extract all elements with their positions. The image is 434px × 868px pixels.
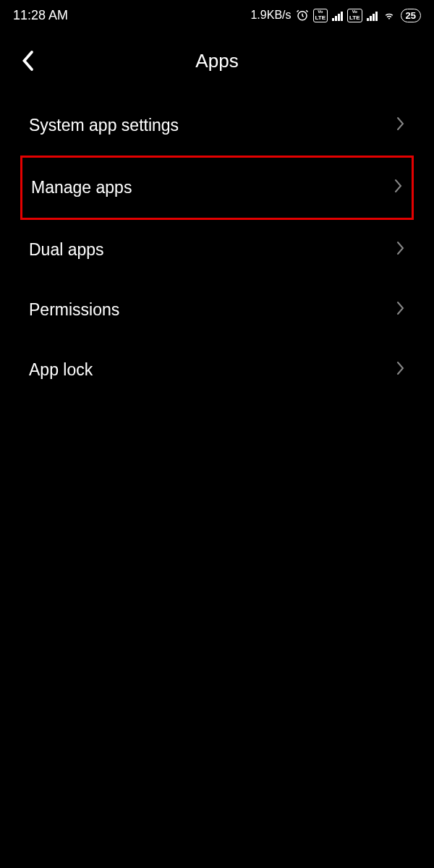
list-item-permissions[interactable]: Permissions — [0, 280, 434, 340]
chevron-left-icon — [21, 50, 34, 72]
list-item-app-lock[interactable]: App lock — [0, 340, 434, 400]
list-item-system-app-settings[interactable]: System app settings — [0, 95, 434, 156]
volte-badge-1: Vo LTE — [313, 9, 328, 22]
wifi-icon — [382, 9, 396, 21]
battery-indicator: 25 — [401, 9, 421, 22]
header: Apps — [0, 30, 434, 95]
volte-badge-2: Vo LTE — [347, 9, 362, 22]
list-item-label: System app settings — [29, 116, 179, 135]
list-item-manage-apps[interactable]: Manage apps — [20, 156, 414, 220]
status-time: 11:28 AM — [13, 8, 68, 23]
chevron-right-icon — [396, 116, 405, 135]
chevron-right-icon — [396, 240, 405, 260]
status-bar: 11:28 AM 1.9KB/s Vo LTE Vo LTE — [0, 0, 434, 30]
list-item-label: Dual apps — [29, 240, 104, 260]
list-item-label: Manage apps — [31, 178, 132, 197]
page-title: Apps — [195, 50, 238, 72]
chevron-right-icon — [394, 178, 403, 197]
settings-list: System app settings Manage apps Dual app… — [0, 95, 434, 400]
chevron-right-icon — [396, 360, 405, 380]
signal-icon-2 — [367, 10, 378, 21]
chevron-right-icon — [396, 300, 405, 320]
list-item-label: Permissions — [29, 300, 119, 320]
list-item-label: App lock — [29, 360, 93, 380]
alarm-icon — [296, 9, 309, 22]
status-net-speed: 1.9KB/s — [250, 9, 291, 22]
back-button[interactable] — [14, 48, 41, 74]
list-item-dual-apps[interactable]: Dual apps — [0, 220, 434, 280]
signal-icon-1 — [332, 10, 343, 21]
